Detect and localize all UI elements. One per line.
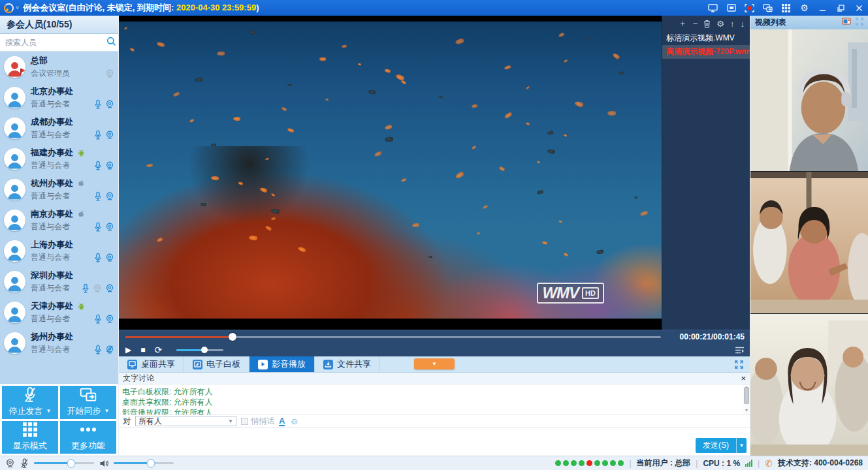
action-button-mic-off[interactable]: 停止发言▼	[2, 386, 58, 419]
participant-row[interactable]: 杭州办事处普通与会者	[0, 174, 118, 205]
webcam-icon[interactable]	[105, 191, 114, 201]
maximize-button[interactable]	[836, 4, 846, 12]
webcam-off-icon[interactable]	[105, 345, 114, 354]
video-thumbnail-1[interactable]	[750, 29, 868, 171]
playlist-item[interactable]: 标清演示视频.WMV	[662, 31, 750, 45]
whisper-checkbox[interactable]	[241, 418, 248, 425]
chat-close-icon[interactable]: ×	[741, 374, 746, 383]
mic-icon[interactable]	[94, 222, 102, 232]
speaker-icon[interactable]	[99, 459, 108, 468]
tab-file-share[interactable]: 文件共享	[315, 356, 380, 372]
chevron-down-icon[interactable]: ˅	[16, 5, 19, 11]
progress-bar[interactable]	[125, 336, 661, 338]
chat-scrollbar[interactable]: ▲ ▼	[743, 384, 750, 415]
action-button-grid[interactable]: 显示模式	[2, 421, 58, 454]
participant-row[interactable]: 深圳办事处普通与会者	[0, 266, 118, 297]
record-icon[interactable]	[745, 4, 754, 12]
action-button-more[interactable]: 更多功能	[60, 421, 116, 454]
tab-desktop-share[interactable]: 桌面共享	[119, 356, 184, 372]
participant-list: 总部会议管理员北京办事处普通与会者成都办事处普通与会者福建办事处普通与会者杭州办…	[0, 52, 118, 384]
playlist-add-icon[interactable]: ＋	[679, 18, 687, 29]
chevron-down-icon[interactable]: ▼	[46, 408, 52, 414]
move-up-icon[interactable]: ↑	[730, 19, 735, 29]
progress-thumb[interactable]	[229, 333, 236, 341]
webcam-icon[interactable]	[105, 99, 114, 109]
scroll-down-icon[interactable]: ▼	[745, 408, 749, 415]
webcam-inactive-icon[interactable]	[93, 283, 102, 293]
status-dot	[610, 460, 616, 466]
video-display-mode-icon[interactable]	[842, 18, 851, 27]
current-user-label: 当前用户 : 总部	[637, 458, 691, 469]
send-options-caret[interactable]: ▼	[736, 438, 747, 453]
mic-icon[interactable]	[94, 314, 102, 324]
media-player-display[interactable]: WMV HD	[119, 16, 662, 330]
webcam-icon[interactable]	[105, 161, 114, 170]
webcam-status-icon[interactable]	[5, 458, 15, 468]
mic-icon[interactable]	[82, 283, 89, 294]
webcam-inactive-icon[interactable]	[105, 69, 114, 78]
webcam-icon[interactable]	[105, 283, 114, 293]
mic-volume-slider[interactable]	[34, 462, 94, 464]
screen-share-icon[interactable]	[708, 4, 718, 12]
video-thumbnail-3[interactable]	[750, 314, 868, 456]
participants-panel: 参会人员(10/55) 总部会议管理员北京办事处普通与会者成都办事处普通与会者福…	[0, 16, 119, 456]
playlist-remove-icon[interactable]: −	[693, 19, 698, 29]
tab-media-playback[interactable]: 影音播放	[249, 356, 315, 372]
mic-icon[interactable]	[94, 161, 102, 171]
mic-icon[interactable]	[94, 130, 102, 140]
participant-row[interactable]: 扬州办事处普通与会者	[0, 328, 118, 358]
volume-thumb[interactable]	[201, 347, 208, 353]
playlist-item-selected[interactable]: 高清演示视频-720P.wmv删除	[662, 45, 750, 59]
search-icon[interactable]	[106, 37, 116, 49]
speaker-volume-slider[interactable]	[114, 462, 174, 464]
collapse-panel-handle[interactable]: ▼	[414, 358, 455, 369]
participant-row[interactable]: 北京办事处普通与会者	[0, 82, 118, 113]
recipient-select[interactable]: 所有人▼	[135, 416, 236, 426]
participant-row[interactable]: 上海办事处普通与会者	[0, 236, 118, 266]
close-button[interactable]	[854, 4, 864, 12]
mic-icon[interactable]	[94, 191, 102, 202]
minimize-button[interactable]	[818, 4, 828, 12]
fullscreen-icon[interactable]	[728, 356, 750, 372]
mic-muted-icon[interactable]	[20, 458, 29, 469]
participant-row[interactable]: 南京办事处普通与会者	[0, 205, 118, 236]
speaker-volume-thumb[interactable]	[147, 459, 155, 467]
webcam-icon[interactable]	[105, 222, 114, 232]
settings-gear-icon[interactable]: ⚙	[799, 4, 809, 12]
send-button[interactable]: 发送(S) ▼	[696, 438, 747, 453]
play-button[interactable]: ▶	[125, 345, 131, 354]
emoji-icon[interactable]: ☺	[289, 416, 298, 426]
scrollbar-thumb[interactable]	[744, 387, 749, 404]
avatar	[4, 118, 25, 139]
tab-whiteboard[interactable]: 电子白板	[184, 356, 249, 372]
chevron-down-icon[interactable]: ▼	[104, 408, 110, 414]
webcam-icon[interactable]	[105, 130, 114, 140]
participant-row[interactable]: 福建办事处普通与会者	[0, 144, 118, 174]
stop-button[interactable]: ■	[140, 345, 145, 354]
webcam-icon[interactable]	[105, 253, 114, 262]
chat-input-area[interactable]: 发送(S) ▼	[119, 428, 750, 456]
sync-icon[interactable]	[763, 4, 773, 12]
replay-button[interactable]: ⟳	[154, 345, 162, 355]
video-expand-icon[interactable]	[856, 18, 863, 27]
mic-icon[interactable]	[94, 99, 102, 110]
participant-row[interactable]: 总部会议管理员	[0, 52, 118, 82]
participant-row[interactable]: 天津办事处普通与会者	[0, 297, 118, 328]
playlist-toggle-icon[interactable]	[735, 343, 745, 356]
layout-grid-icon[interactable]	[781, 4, 791, 12]
mic-icon[interactable]	[94, 253, 102, 263]
mic-volume-thumb[interactable]	[67, 459, 76, 467]
participant-row[interactable]: 成都办事处普通与会者	[0, 113, 118, 144]
mic-icon[interactable]	[94, 345, 102, 355]
search-input[interactable]	[5, 38, 106, 47]
window-mode-icon[interactable]	[726, 4, 736, 12]
trash-icon[interactable]	[703, 20, 711, 28]
move-down-icon[interactable]: ↓	[741, 19, 745, 29]
webcam-icon[interactable]	[105, 314, 114, 324]
font-style-icon[interactable]: A	[279, 416, 285, 426]
volume-slider[interactable]	[176, 349, 223, 351]
playlist-settings-icon[interactable]: ⚙	[716, 19, 724, 29]
action-button-sync[interactable]: 开始同步▼	[60, 386, 116, 419]
video-thumbnail-2[interactable]	[750, 172, 868, 313]
whisper-option[interactable]: 悄悄话	[241, 416, 274, 427]
